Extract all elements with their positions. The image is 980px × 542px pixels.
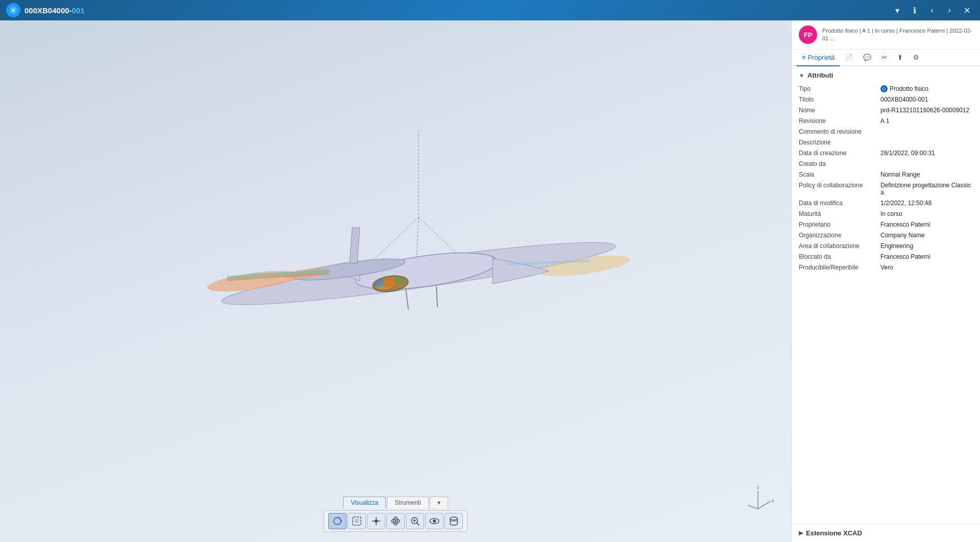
avatar: FP — [799, 26, 817, 44]
svg-rect-26 — [355, 519, 359, 523]
svg-line-36 — [417, 523, 420, 526]
select-icon[interactable] — [348, 513, 366, 529]
attr-row-producibile: Producibile/Reperibile Vero — [799, 264, 973, 271]
tab-comments[interactable]: 💬 — [858, 50, 876, 66]
pan-icon[interactable] — [367, 513, 385, 529]
panel-header: FP Prodotto fisico | A 1 | In corso | Fr… — [792, 20, 980, 50]
axis-indicator: x z — [740, 481, 776, 516]
3d-viewport[interactable]: x z Visualizza Strumenti ▾ — [0, 20, 791, 542]
attributi-section-header[interactable]: ▼ Attributi — [799, 71, 973, 79]
prev-button[interactable]: ‹ — [925, 3, 939, 17]
rotate-icon[interactable] — [328, 513, 347, 529]
drone-model-svg — [202, 126, 635, 406]
attr-row-tipo: Tipo ⊙ Prodotto fisico — [799, 85, 973, 92]
app-icon — [6, 3, 20, 17]
chevron-down-icon: ▼ — [799, 72, 804, 79]
svg-marker-24 — [341, 520, 342, 522]
bottom-toolbar: Visualizza Strumenti ▾ — [324, 497, 468, 532]
window-title: 000XB04000-001 — [24, 6, 890, 15]
attr-row-data-modifica: Data di modifica 1/2/2022, 12:50:48 — [799, 200, 973, 207]
dropdown-button[interactable]: ▾ — [890, 3, 904, 17]
svg-line-17 — [436, 287, 437, 307]
tab-dropdown[interactable]: ▾ — [430, 497, 448, 508]
topbar: 000XB04000-001 ▾ ℹ ‹ › ✕ — [0, 0, 980, 20]
database-icon[interactable] — [445, 513, 463, 529]
next-button[interactable]: › — [942, 3, 957, 17]
eye-icon[interactable] — [425, 513, 444, 529]
extension-section: ▶ Estensione XCAD — [792, 524, 980, 542]
svg-point-41 — [450, 517, 457, 520]
tab-connect[interactable]: ✂ — [876, 50, 892, 66]
svg-rect-13 — [383, 277, 397, 288]
svg-line-20 — [748, 505, 758, 509]
attr-row-data-creazione: Data di creazione 28/1/2022, 09:00:31 — [799, 150, 973, 157]
attr-row-maturita: Maturità In corso — [799, 210, 973, 217]
svg-point-27 — [375, 520, 378, 523]
attr-row-descrizione: Descrizione — [799, 139, 973, 146]
attr-row-area-collaborazione: Area di collaborazione Engineering — [799, 242, 973, 250]
svg-rect-15 — [395, 277, 402, 284]
attributes-section: ▼ Attributi Tipo ⊙ Prodotto fisico Titol… — [792, 66, 980, 524]
attr-row-policy: Policy di collaborazione Definizione pro… — [799, 182, 973, 196]
window-controls: ▾ ℹ ‹ › ✕ — [890, 3, 974, 17]
panel-subtitle: Prodotto fisico | A 1 | In corso | Franc… — [822, 27, 973, 43]
tab-document[interactable]: 📄 — [840, 50, 858, 66]
svg-line-3 — [419, 217, 462, 258]
panel-tabs: ≡ Proprietà 📄 💬 ✂ ⬆ ⚙ — [792, 50, 980, 66]
tab-visualizza[interactable]: Visualizza — [343, 497, 386, 508]
attr-row-scala: Scala Normal Range — [799, 171, 973, 178]
right-panel: FP Prodotto fisico | A 1 | In corso | Fr… — [791, 20, 980, 542]
svg-point-34 — [395, 520, 397, 522]
orbit-icon[interactable] — [386, 513, 405, 529]
tab-proprieta[interactable]: ≡ Proprietà — [797, 50, 840, 66]
tab-settings[interactable]: ⚙ — [908, 50, 924, 66]
close-button[interactable]: ✕ — [960, 3, 974, 17]
toolbar-icons-row — [324, 510, 468, 532]
tipo-icon: ⊙ — [880, 85, 888, 92]
svg-rect-14 — [375, 279, 384, 287]
attr-row-nome: Nome prd-R1132101160626-00009012 — [799, 107, 973, 114]
attr-row-bloccato-da: Bloccato da Francesco Paterni — [799, 253, 973, 260]
attr-row-titolo: Titolo 000XB04000-001 — [799, 96, 973, 103]
attr-row-revisione: Revisione A 1 — [799, 117, 973, 125]
drone-model-area — [77, 51, 761, 481]
tab-strumenti[interactable]: Strumenti — [387, 497, 428, 508]
tab-export[interactable]: ⬆ — [892, 50, 908, 66]
attr-row-creato-da: Creato da — [799, 160, 973, 167]
toolbar-tab-group: Visualizza Strumenti ▾ — [343, 497, 448, 508]
svg-line-16 — [406, 289, 408, 309]
chevron-right-icon: ▶ — [799, 530, 803, 536]
svg-line-18 — [758, 501, 771, 509]
zoom-icon[interactable] — [406, 513, 424, 529]
info-button[interactable]: ℹ — [908, 3, 922, 17]
attr-row-proprietario: Proprietario Francesco Paterni — [799, 221, 973, 228]
estensione-xcad-header[interactable]: ▶ Estensione XCAD — [799, 529, 973, 537]
attr-row-commento-revisione: Commento di revisione — [799, 128, 973, 135]
svg-text:x: x — [772, 498, 774, 503]
svg-point-40 — [433, 520, 436, 523]
svg-text:z: z — [757, 485, 760, 490]
svg-line-2 — [375, 217, 419, 258]
attr-row-organizzazione: Organizzazione Company Name — [799, 232, 973, 239]
